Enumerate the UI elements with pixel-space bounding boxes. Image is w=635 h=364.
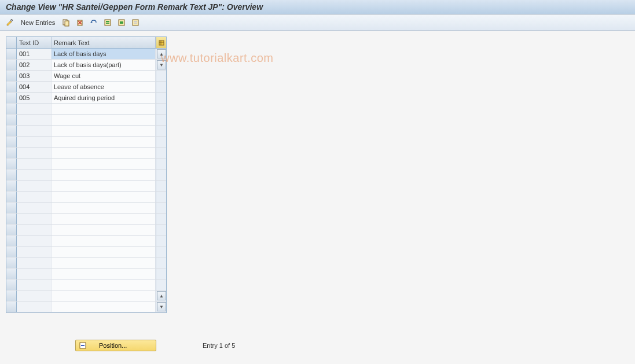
cell-text-id[interactable] [17, 115, 52, 125]
row-selector[interactable] [6, 214, 17, 224]
cell-text-id[interactable] [17, 192, 52, 202]
row-selector[interactable] [6, 291, 17, 301]
footer: Position... Entry 1 of 5 [0, 337, 635, 354]
row-selector[interactable] [6, 148, 17, 158]
cell-remark-text[interactable] [52, 115, 156, 125]
row-selector[interactable] [6, 60, 17, 70]
row-selector[interactable] [6, 49, 17, 59]
undo-change-button[interactable] [87, 17, 100, 28]
row-selector[interactable] [6, 93, 17, 103]
copy-as-button[interactable] [60, 17, 72, 28]
cell-remark-text[interactable]: Leave of absence [52, 82, 156, 92]
scroll-column: ▲ [156, 49, 166, 59]
cell-text-id[interactable] [17, 159, 52, 169]
cell-text-id[interactable]: 002 [17, 60, 52, 70]
scroll-down-button[interactable]: ▼ [157, 60, 166, 69]
row-selector[interactable] [6, 258, 17, 268]
cell-remark-text[interactable] [52, 214, 156, 224]
cell-remark-text[interactable] [52, 258, 156, 268]
row-selector[interactable] [6, 302, 17, 312]
row-selector[interactable] [6, 192, 17, 202]
cell-text-id[interactable] [17, 170, 52, 180]
cell-text-id[interactable] [17, 225, 52, 235]
cell-remark-text[interactable] [52, 104, 156, 114]
cell-remark-text[interactable] [52, 236, 156, 246]
cell-text-id[interactable] [17, 302, 52, 312]
cell-remark-text[interactable] [52, 302, 156, 312]
svg-rect-5 [106, 21, 109, 22]
table-row-empty [6, 192, 166, 203]
cell-text-id[interactable]: 003 [17, 71, 52, 81]
cell-text-id[interactable]: 001 [17, 49, 52, 59]
cell-remark-text[interactable] [52, 137, 156, 147]
select-block-button[interactable] [115, 17, 128, 28]
cell-remark-text[interactable]: Lack of basis days(part) [52, 60, 156, 70]
cell-remark-text[interactable]: Wage cut [52, 71, 156, 81]
row-selector[interactable] [6, 82, 17, 92]
deselect-all-icon [131, 19, 140, 27]
cell-text-id[interactable] [17, 181, 52, 191]
cell-remark-text[interactable]: Lack of basis days [52, 49, 156, 59]
cell-text-id[interactable]: 005 [17, 93, 52, 103]
cell-remark-text[interactable] [52, 170, 156, 180]
cell-remark-text[interactable]: Aquired during period [52, 93, 156, 103]
select-all-icon [104, 19, 112, 27]
row-selector[interactable] [6, 159, 17, 169]
cell-remark-text[interactable] [52, 192, 156, 202]
cell-text-id[interactable] [17, 247, 52, 257]
scroll-column [156, 148, 166, 158]
cell-remark-text[interactable] [52, 225, 156, 235]
row-selector[interactable] [6, 247, 17, 257]
cell-remark-text[interactable] [52, 203, 156, 213]
row-selector[interactable] [6, 203, 17, 213]
row-selector[interactable] [6, 280, 17, 290]
cell-text-id[interactable] [17, 214, 52, 224]
cell-remark-text[interactable] [52, 280, 156, 290]
cell-remark-text[interactable] [52, 269, 156, 279]
column-header-text-id[interactable]: Text ID [17, 37, 52, 48]
row-selector[interactable] [6, 71, 17, 81]
cell-text-id[interactable] [17, 269, 52, 279]
row-selector[interactable] [6, 115, 17, 125]
delete-icon [76, 19, 84, 27]
toggle-display-change-button[interactable] [3, 17, 16, 28]
row-selector[interactable] [6, 269, 17, 279]
position-button[interactable]: Position... [75, 340, 156, 351]
cell-text-id[interactable] [17, 291, 52, 301]
cell-text-id[interactable] [17, 203, 52, 213]
cell-remark-text[interactable] [52, 148, 156, 158]
row-selector[interactable] [6, 137, 17, 147]
cell-text-id[interactable] [17, 104, 52, 114]
deselect-all-button[interactable] [129, 17, 142, 28]
table-header-row: Text ID Remark Text [6, 37, 166, 49]
cell-remark-text[interactable] [52, 181, 156, 191]
cell-remark-text[interactable] [52, 291, 156, 301]
row-selector[interactable] [6, 126, 17, 136]
cell-text-id[interactable] [17, 126, 52, 136]
scroll-up-button[interactable]: ▲ [157, 49, 166, 58]
scroll-down-button[interactable]: ▼ [157, 302, 166, 311]
select-all-rows-button[interactable] [6, 37, 17, 48]
cell-text-id[interactable] [17, 148, 52, 158]
cell-text-id[interactable]: 004 [17, 82, 52, 92]
delete-button[interactable] [74, 17, 86, 28]
row-selector[interactable] [6, 225, 17, 235]
row-selector[interactable] [6, 181, 17, 191]
row-selector[interactable] [6, 236, 17, 246]
row-selector[interactable] [6, 104, 17, 114]
scroll-up-button[interactable]: ▲ [157, 291, 166, 300]
cell-text-id[interactable] [17, 137, 52, 147]
table-settings-button[interactable] [156, 37, 166, 48]
new-entries-button[interactable]: New Entries [17, 18, 58, 27]
cell-remark-text[interactable] [52, 126, 156, 136]
select-all-button[interactable] [101, 17, 114, 28]
cell-text-id[interactable] [17, 280, 52, 290]
svg-rect-12 [159, 41, 164, 45]
cell-remark-text[interactable] [52, 247, 156, 257]
title-bar: Change View "HR Santei/Geppen Form Remar… [0, 0, 635, 14]
cell-text-id[interactable] [17, 236, 52, 246]
row-selector[interactable] [6, 170, 17, 180]
cell-remark-text[interactable] [52, 159, 156, 169]
column-header-remark-text[interactable]: Remark Text [52, 37, 156, 48]
cell-text-id[interactable] [17, 258, 52, 268]
